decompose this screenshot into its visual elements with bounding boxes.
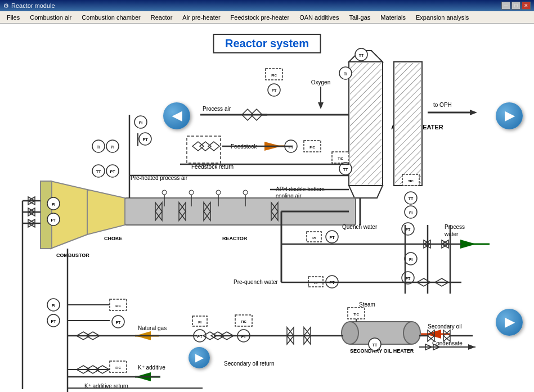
svg-marker-197 [96, 366, 109, 373]
svg-marker-15 [318, 102, 324, 109]
svg-text:FT: FT [272, 89, 277, 93]
svg-text:Condensate: Condensate [432, 340, 463, 346]
svg-text:TI: TI [97, 145, 100, 149]
svg-marker-169 [442, 240, 448, 248]
svg-rect-47 [332, 152, 349, 163]
svg-text:PI: PI [111, 145, 115, 149]
svg-text:COMBUSTOR: COMBUSTOR [56, 253, 89, 258]
menu-reactor[interactable]: Reactor [146, 13, 177, 22]
svg-rect-2 [350, 63, 382, 184]
svg-marker-90 [271, 202, 278, 220]
svg-point-140 [342, 322, 358, 344]
svg-marker-3 [349, 51, 383, 62]
svg-marker-198 [77, 332, 90, 340]
svg-marker-89 [271, 202, 278, 220]
svg-marker-136 [135, 372, 151, 381]
svg-text:Process: Process [445, 224, 465, 230]
svg-marker-149 [425, 330, 441, 339]
svg-marker-153 [468, 344, 475, 350]
svg-text:FT: FT [406, 277, 411, 281]
menu-oan-additives[interactable]: OAN additives [295, 13, 343, 22]
svg-text:TIC: TIC [408, 179, 414, 183]
svg-text:Natural gas: Natural gas [138, 325, 167, 331]
svg-rect-129 [192, 316, 207, 326]
svg-text:FIC: FIC [309, 146, 315, 149]
svg-rect-9 [266, 69, 282, 80]
svg-text:K⁺ additive: K⁺ additive [138, 364, 165, 371]
svg-rect-0 [349, 62, 383, 186]
svg-point-157 [237, 330, 250, 342]
svg-text:TT: TT [343, 168, 348, 172]
menu-combustion-air[interactable]: Combustion air [25, 13, 76, 22]
svg-point-28 [134, 116, 147, 128]
close-button[interactable]: ✕ [522, 2, 531, 10]
diagram-title: Reactor system [213, 34, 321, 53]
svg-text:Quench water: Quench water [342, 224, 378, 230]
svg-marker-209 [433, 344, 440, 350]
menu-files[interactable]: Files [2, 13, 24, 22]
svg-text:Feedstock: Feedstock [231, 143, 257, 150]
svg-text:CHOKE: CHOKE [104, 236, 123, 241]
svg-point-30 [139, 133, 151, 145]
svg-marker-179 [251, 109, 262, 120]
svg-point-109 [402, 272, 414, 284]
svg-text:PI: PI [312, 236, 316, 240]
svg-text:AIR PRE-HEATER: AIR PRE-HEATER [391, 124, 443, 130]
svg-marker-199 [86, 332, 100, 340]
svg-marker-82 [28, 219, 35, 227]
svg-marker-41 [264, 142, 281, 151]
nav-arrow-right-bottom[interactable]: ▶ [496, 309, 523, 336]
menu-expansion-analysis[interactable]: Expansion analysis [411, 13, 473, 22]
svg-text:Process air: Process air [203, 106, 231, 112]
nav-arrow-k-additive[interactable]: ▶ [189, 347, 210, 368]
svg-text:PI: PI [198, 321, 201, 324]
svg-marker-56 [87, 190, 125, 235]
svg-marker-165 [443, 330, 450, 341]
svg-marker-160 [287, 327, 294, 344]
menu-combustion-chamber[interactable]: Combustion chamber [77, 13, 145, 22]
svg-point-107 [326, 276, 338, 288]
svg-text:TIC: TIC [353, 313, 359, 316]
svg-marker-177 [208, 142, 219, 151]
nav-arrow-left[interactable]: ◀ [163, 102, 190, 129]
svg-text:Secondary oil return: Secondary oil return [224, 361, 275, 367]
svg-rect-91 [307, 232, 321, 242]
svg-text:Oxygen: Oxygen [311, 79, 330, 85]
svg-rect-20 [394, 62, 422, 186]
svg-point-34 [106, 140, 119, 152]
svg-text:Secondary oil: Secondary oil [428, 323, 462, 330]
minimize-button[interactable]: ─ [501, 2, 510, 10]
svg-point-53 [339, 163, 352, 175]
svg-point-24 [405, 192, 417, 204]
svg-point-131 [194, 330, 206, 342]
svg-text:APH double bottom: APH double bottom [276, 186, 325, 192]
window-title: Reactor module [11, 2, 55, 9]
svg-text:FI: FI [409, 211, 412, 215]
svg-point-96 [402, 223, 414, 235]
nav-arrow-right-top[interactable]: ▶ [496, 102, 523, 129]
menu-materials[interactable]: Materials [376, 13, 410, 22]
svg-text:SECONDARY OIL HEATER: SECONDARY OIL HEATER [350, 348, 414, 354]
svg-point-45 [285, 140, 297, 152]
svg-marker-164 [428, 330, 434, 341]
svg-text:K⁺ additive return: K⁺ additive return [84, 383, 128, 389]
svg-text:FT: FT [116, 321, 121, 325]
svg-point-69 [243, 190, 248, 195]
svg-marker-127 [135, 331, 151, 340]
svg-text:Steam: Steam [359, 301, 375, 308]
svg-text:PT: PT [330, 281, 335, 285]
svg-marker-196 [86, 366, 100, 373]
menu-feedstock-pre-heater[interactable]: Feedstock pre-heater [226, 13, 294, 22]
svg-point-93 [326, 231, 338, 243]
menu-bar: Files Combustion air Combustion chamber … [0, 11, 534, 24]
svg-text:PT: PT [198, 335, 203, 339]
maximize-button[interactable]: □ [511, 2, 520, 10]
menu-air-pre-heater[interactable]: Air pre-heater [178, 13, 225, 22]
svg-point-124 [112, 316, 124, 328]
svg-text:TI: TI [344, 72, 347, 76]
svg-rect-43 [304, 141, 321, 152]
menu-tail-gas[interactable]: Tail-gas [344, 13, 375, 22]
svg-point-102 [405, 206, 417, 218]
svg-point-118 [47, 299, 60, 311]
svg-point-36 [92, 165, 105, 177]
